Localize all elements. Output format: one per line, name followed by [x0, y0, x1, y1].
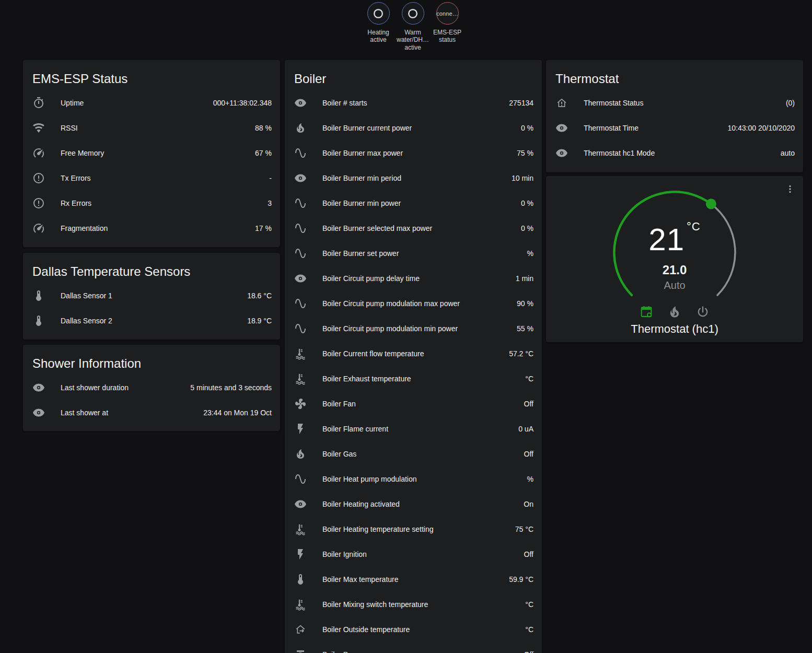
entity-label: Thermostat hc1 Mode — [584, 149, 774, 157]
wifi-icon — [32, 122, 45, 134]
entity-row[interactable]: Boiler Heat pump modulation % — [285, 467, 542, 492]
entity-row[interactable]: Dallas Sensor 1 18.6 °C — [23, 283, 280, 308]
entity-value: 57.2 °C — [509, 349, 533, 358]
entity-row[interactable]: Boiler Exhaust temperature °C — [285, 366, 542, 391]
entity-row[interactable]: Boiler Heating temperature setting 75 °C — [285, 517, 542, 542]
coolant-icon — [294, 347, 307, 360]
entity-row[interactable]: Last shower duration 5 minutes and 3 sec… — [23, 375, 280, 400]
entity-row[interactable]: Boiler Circuit pump modulation max power… — [285, 291, 542, 316]
fire-icon — [294, 448, 307, 460]
entity-value: 75 °C — [515, 525, 533, 533]
hvac-mode-button[interactable] — [667, 305, 682, 319]
entity-value: 275134 — [509, 99, 533, 107]
entity-row[interactable]: Boiler Mixing switch temperature °C — [285, 592, 542, 617]
entity-row[interactable]: RSSI 88 % — [23, 115, 280, 141]
temperature-unit: °C — [687, 220, 701, 233]
entity-value: 67 % — [255, 149, 272, 157]
entity-row[interactable]: Boiler Current flow temperature 57.2 °C — [285, 341, 542, 366]
entity-row[interactable]: Tx Errors - — [23, 166, 280, 191]
entity-row[interactable]: Boiler Pump Off — [285, 642, 542, 653]
status-badge[interactable]: Warm water/DH… active — [396, 2, 430, 51]
hvac-mode-buttons — [546, 305, 803, 319]
current-temperature: 21°C — [546, 220, 803, 258]
entity-row[interactable]: Free Memory 67 % — [23, 141, 280, 166]
entity-value: 0 uA — [518, 425, 533, 433]
entity-row[interactable]: Boiler Outside temperature °C — [285, 617, 542, 642]
entity-value: 0 % — [521, 124, 533, 132]
entity-row[interactable]: Boiler Flame current 0 uA — [285, 416, 542, 441]
entity-label: Boiler Pump — [322, 650, 518, 653]
entity-row[interactable]: Boiler Max temperature 59.9 °C — [285, 567, 542, 592]
entity-label: Boiler Heat pump modulation — [322, 475, 521, 483]
entity-label: Boiler # starts — [322, 99, 503, 107]
entity-row[interactable]: Boiler Circuit pump delay time 1 min — [285, 266, 542, 291]
entity-value: % — [527, 249, 533, 258]
entity-label: Boiler Burner min power — [322, 199, 515, 207]
entity-value: 10:43:00 20/10/2020 — [728, 124, 795, 132]
home-alert-icon — [555, 97, 568, 109]
entity-row[interactable]: Boiler Burner set power % — [285, 241, 542, 266]
sine-wave-icon — [294, 222, 307, 235]
entity-label: Boiler Burner max power — [322, 149, 511, 157]
entity-row[interactable]: Boiler Burner current power 0 % — [285, 115, 542, 141]
status-badge[interactable]: Heating active — [361, 2, 396, 44]
entity-row[interactable]: Last shower at 23:44 on Mon 19 Oct — [23, 400, 280, 425]
entity-row[interactable]: Boiler # starts 275134 — [285, 90, 542, 115]
dots-vertical-icon[interactable] — [784, 183, 796, 195]
flash-icon — [294, 548, 307, 561]
entity-row[interactable]: Thermostat Status (0) — [546, 90, 803, 115]
card-title: Dallas Temperature Sensors — [23, 253, 280, 283]
eye-icon — [32, 381, 45, 394]
entity-row[interactable]: Boiler Burner min period 10 min — [285, 166, 542, 191]
sine-wave-icon — [294, 297, 307, 310]
entity-label: Tx Errors — [61, 174, 263, 182]
entity-row[interactable]: Boiler Ignition Off — [285, 542, 542, 567]
eye-icon — [294, 272, 307, 285]
entity-value: - — [269, 174, 272, 182]
hvac-mode-button[interactable] — [639, 305, 654, 319]
entity-label: Boiler Circuit pump modulation min power — [322, 324, 511, 333]
entity-row[interactable]: Boiler Burner selected max power 0 % — [285, 216, 542, 241]
entity-label: Boiler Burner current power — [322, 124, 515, 132]
entity-value: 88 % — [255, 124, 272, 132]
entity-label: Last shower duration — [61, 383, 184, 392]
entity-row[interactable]: Boiler Burner min power 0 % — [285, 191, 542, 216]
entity-label: Boiler Ignition — [322, 550, 518, 558]
entity-label: Boiler Fan — [322, 400, 518, 408]
entity-list: Boiler # starts 275134 Boiler Burner cur… — [285, 90, 542, 653]
entity-row[interactable]: Fragmentation 17 % — [23, 216, 280, 241]
entity-row[interactable]: Boiler Gas Off — [285, 441, 542, 467]
entity-value: 000+11:38:02.348 — [213, 99, 272, 107]
entity-row[interactable]: Thermostat Time 10:43:00 20/10/2020 — [546, 115, 803, 141]
entity-label: Boiler Mixing switch temperature — [322, 600, 519, 609]
entity-label: Boiler Exhaust temperature — [322, 375, 519, 383]
entity-row[interactable]: Thermostat hc1 Mode auto — [546, 141, 803, 166]
entity-label: Boiler Max temperature — [322, 575, 503, 584]
entity-value: On — [524, 500, 533, 508]
entity-row[interactable]: Boiler Fan Off — [285, 391, 542, 416]
card-shower-info: Shower Information Last shower duration … — [23, 345, 280, 431]
entity-label: Thermostat Status — [584, 99, 780, 107]
dial-knob[interactable] — [706, 199, 716, 209]
entity-label: Dallas Sensor 1 — [61, 291, 241, 300]
hvac-mode-button[interactable] — [695, 305, 710, 319]
hvac-mode-label: Auto — [546, 279, 803, 291]
badge-circle — [367, 2, 390, 25]
entity-row[interactable]: Boiler Circuit pump modulation min power… — [285, 316, 542, 341]
status-badge[interactable]: conne… EMS-ESP status — [430, 2, 465, 44]
sine-wave-icon — [294, 322, 307, 335]
fire-icon — [294, 122, 307, 134]
entity-value: °C — [525, 375, 533, 383]
coolant-icon — [294, 523, 307, 535]
sine-wave-icon — [294, 247, 307, 260]
entity-row[interactable]: Uptime 000+11:38:02.348 — [23, 90, 280, 115]
entity-row[interactable]: Rx Errors 3 — [23, 191, 280, 216]
entity-row[interactable]: Boiler Burner max power 75 % — [285, 141, 542, 166]
entity-value: 5 minutes and 3 seconds — [190, 383, 272, 392]
entity-label: Uptime — [61, 99, 207, 107]
entity-value: 0 % — [521, 224, 533, 232]
circle-ring-icon — [406, 7, 420, 20]
entity-row[interactable]: Boiler Heating activated On — [285, 492, 542, 517]
entity-value: Off — [524, 650, 533, 653]
entity-row[interactable]: Dallas Sensor 2 18.9 °C — [23, 308, 280, 333]
